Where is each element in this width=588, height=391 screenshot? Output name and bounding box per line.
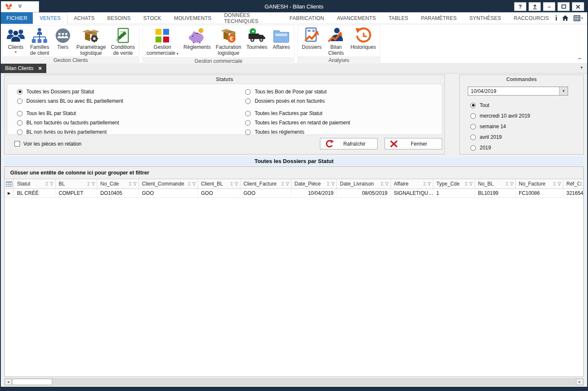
filter-icon[interactable]	[385, 182, 389, 186]
scroll-left-icon[interactable]: ◄	[5, 379, 12, 385]
ribbon-button-dossiers[interactable]: Dossiers	[299, 26, 324, 51]
close-button[interactable]: Fermer	[384, 138, 442, 149]
filter-icon[interactable]	[469, 182, 473, 186]
menu-tab-besoins[interactable]: BESOINS	[101, 12, 137, 24]
radio-button[interactable]	[470, 135, 476, 140]
statut-option-dossiers-sans-bl-ou-avec-bl-partiellement[interactable]: Dossiers sans BL ou avec BL partiellemen…	[17, 96, 242, 106]
filter-icon[interactable]	[235, 182, 238, 186]
statut-option-tous-les-bl-par-statut[interactable]: Tous les BL par Statut	[17, 109, 242, 118]
radio-button[interactable]	[17, 120, 23, 126]
sum-icon[interactable]: Σ	[381, 181, 384, 186]
menu-tab-raccourcis[interactable]: RACCOURCIS	[507, 12, 555, 24]
filter-icon[interactable]	[133, 182, 137, 186]
sum-icon[interactable]: Σ	[506, 181, 509, 186]
related-pieces-checkbox-row[interactable]: Voir les pièces en relation	[14, 141, 82, 147]
filter-icon[interactable]	[427, 182, 431, 186]
sum-icon[interactable]: Σ	[580, 181, 582, 186]
column-header-date-livraison[interactable]: Date_LivraisonΣ	[337, 179, 391, 188]
grid-selector-icon[interactable]	[5, 179, 14, 188]
close-window-button[interactable]	[572, 2, 584, 11]
menu-tab-stock[interactable]: STOCK	[137, 12, 167, 24]
ribbon-button-parametrage-logistique[interactable]: Paramétragelogistique	[74, 26, 108, 56]
table-row[interactable]: ▶BL CRÉÉCOMPLETDO10405GOOGOOGOO10/04/201…	[5, 189, 583, 198]
pin-window-button[interactable]	[529, 2, 541, 11]
radio-button[interactable]	[245, 120, 251, 126]
sum-icon[interactable]: Σ	[423, 181, 426, 186]
column-header-no-cde[interactable]: No_CdeΣ	[97, 179, 139, 188]
column-header-client-facture[interactable]: Client_FactureΣ	[240, 179, 291, 188]
column-header-statut[interactable]: StatutΣ	[14, 179, 56, 188]
tab-list-dropdown-icon[interactable]: ▼	[580, 66, 583, 70]
radio-button[interactable]	[245, 111, 251, 116]
radio-button[interactable]	[17, 111, 23, 116]
ribbon-button-bilan-clients[interactable]: BilanClients	[324, 26, 348, 56]
ribbon-button-clients[interactable]: Clients▾	[4, 26, 28, 54]
commande-option-2019[interactable]: 2019	[470, 143, 583, 152]
sum-icon[interactable]: Σ	[188, 181, 191, 186]
grid-group-drop-zone[interactable]: Glisser une entête de colonne ici pour g…	[5, 167, 583, 179]
column-header-client-bl[interactable]: Client_BLΣ	[198, 179, 240, 188]
sum-icon[interactable]: Σ	[45, 181, 48, 186]
radio-button[interactable]	[245, 98, 251, 104]
qat-customize-icon[interactable]	[18, 5, 22, 8]
menu-tab-fichier[interactable]: FICHIER	[1, 12, 33, 24]
column-header-no-bl[interactable]: No_BLΣ	[475, 179, 516, 188]
restore-window-button[interactable]	[557, 2, 570, 11]
sum-icon[interactable]: Σ	[553, 181, 556, 186]
column-header-no-facture[interactable]: No_FactureΣ	[516, 179, 563, 188]
sum-icon[interactable]: Σ	[327, 181, 330, 186]
commandes-date-dropdown-icon[interactable]: ▼	[559, 87, 568, 95]
ribbon-collapse-icon[interactable]: ⌃	[577, 57, 582, 62]
scrollbar-track[interactable]	[52, 379, 576, 385]
statut-option-bl-non-factures-ou-factures-partiellement[interactable]: BL non facturés ou facturés partiellemen…	[17, 118, 242, 127]
column-header-affaire[interactable]: AffaireΣ	[391, 179, 433, 188]
filter-icon[interactable]	[50, 182, 54, 186]
scrollbar-thumb[interactable]	[12, 379, 52, 385]
menu-tab-tables[interactable]: TABLES	[382, 12, 415, 24]
menu-tab-mouvements[interactable]: MOUVEMENTS	[167, 12, 218, 24]
ribbon-button-tiers[interactable]: Tiers	[52, 26, 74, 51]
sum-icon[interactable]: Σ	[230, 181, 233, 186]
filter-icon[interactable]	[331, 182, 335, 186]
column-header-date-piece[interactable]: Date_PièceΣ	[291, 179, 337, 188]
radio-button[interactable]	[470, 113, 476, 119]
scroll-right-icon[interactable]: ►	[576, 379, 583, 385]
filter-icon[interactable]	[286, 182, 289, 186]
column-header-type-cde[interactable]: Type_CdeΣ	[433, 179, 475, 188]
sum-icon[interactable]: Σ	[87, 181, 90, 186]
statut-option-toutes-les-dossiers-par-statut[interactable]: Toutes les Dossiers par Statut	[17, 87, 242, 96]
horizontal-scrollbar[interactable]: ◄ ►	[4, 378, 584, 385]
menu-tab-ventes[interactable]: VENTES	[33, 12, 67, 24]
commande-option-avril-2019[interactable]: avril 2019	[470, 132, 583, 142]
ribbon-button-reglements[interactable]: Règlements	[181, 26, 213, 51]
commande-option-tout[interactable]: Tout	[470, 101, 583, 110]
ribbon-button-historiques[interactable]: Historiques	[348, 26, 379, 51]
commande-option-mercredi-10-avril-2019[interactable]: mercredi 10 avril 2019	[470, 111, 583, 121]
statut-option-toutes-les-factures-par-statut[interactable]: Toutes les Factures par Statut	[245, 109, 442, 118]
radio-button[interactable]	[17, 129, 23, 135]
radio-button[interactable]	[17, 89, 23, 95]
menu-tab-achats[interactable]: ACHATS	[68, 12, 101, 24]
statut-option-toutes-les-factures-en-retard-de-paiement[interactable]: Toutes les Factures en retard de paiemen…	[245, 118, 442, 127]
filter-icon[interactable]	[192, 182, 196, 186]
sum-icon[interactable]: Σ	[465, 181, 468, 186]
column-header-ref-cde[interactable]: Réf_CdeΣ	[563, 179, 583, 188]
info-icon[interactable]: i	[555, 14, 557, 22]
ribbon-button-familles-de-client[interactable]: Famillesde client	[28, 26, 52, 56]
minimize-window-button[interactable]: –	[543, 2, 555, 11]
menu-tab-avancements[interactable]: AVANCEMENTS	[331, 12, 382, 24]
ribbon-button-tournees[interactable]: Tournées	[244, 26, 270, 51]
menu-tab-syntheses[interactable]: SYNTHÈSES	[463, 12, 508, 24]
ribbon-button-affaires[interactable]: Affaires	[270, 26, 293, 51]
radio-button[interactable]	[245, 89, 251, 95]
menu-tab-parametres[interactable]: PARAMÈTRES	[415, 12, 463, 24]
table-menu-icon[interactable]: ▾	[574, 15, 583, 21]
help-window-button[interactable]: ?	[514, 2, 526, 11]
sum-icon[interactable]: Σ	[129, 181, 132, 186]
document-tab-bilan-clients[interactable]: Bilan Clients ✕	[1, 64, 46, 73]
radio-button[interactable]	[470, 124, 476, 129]
tab-close-icon[interactable]: ✕	[38, 66, 42, 71]
column-header-bl[interactable]: BLΣ	[56, 179, 97, 188]
ribbon-button-facturation-logistique[interactable]: €Facturationlogistique	[213, 26, 244, 56]
ribbon-button-gestion-commerciale[interactable]: Gestioncommerciale▾	[144, 26, 181, 57]
